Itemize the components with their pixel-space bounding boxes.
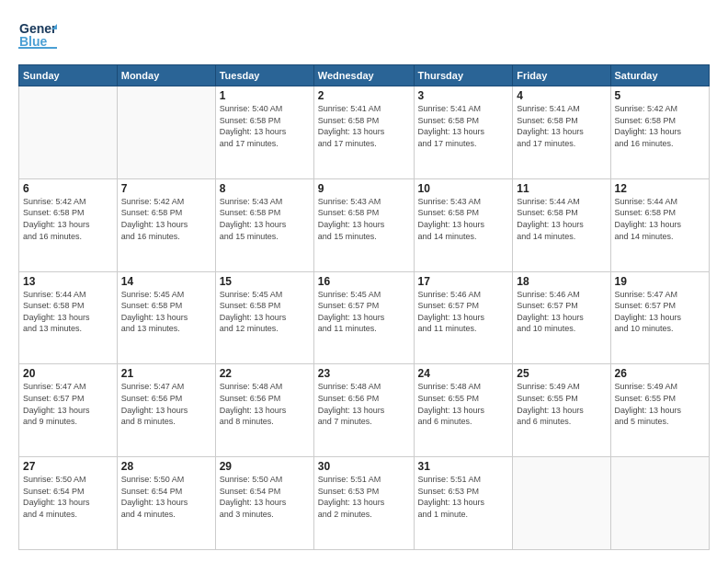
calendar-cell: 19Sunrise: 5:47 AM Sunset: 6:57 PM Dayli… bbox=[610, 271, 709, 364]
week-row-3: 13Sunrise: 5:44 AM Sunset: 6:58 PM Dayli… bbox=[19, 271, 710, 364]
header: General Blue bbox=[18, 17, 710, 55]
day-info: Sunrise: 5:47 AM Sunset: 6:57 PM Dayligh… bbox=[23, 381, 113, 427]
day-info: Sunrise: 5:45 AM Sunset: 6:57 PM Dayligh… bbox=[318, 289, 410, 335]
day-info: Sunrise: 5:43 AM Sunset: 6:58 PM Dayligh… bbox=[318, 196, 410, 242]
calendar-cell: 13Sunrise: 5:44 AM Sunset: 6:58 PM Dayli… bbox=[19, 271, 118, 364]
calendar-table: SundayMondayTuesdayWednesdayThursdayFrid… bbox=[18, 64, 710, 550]
calendar-cell bbox=[19, 86, 118, 179]
calendar-cell: 21Sunrise: 5:47 AM Sunset: 6:56 PM Dayli… bbox=[117, 364, 215, 457]
calendar-cell: 30Sunrise: 5:51 AM Sunset: 6:53 PM Dayli… bbox=[313, 457, 414, 550]
day-number: 13 bbox=[23, 275, 113, 288]
calendar-cell bbox=[513, 457, 610, 550]
day-info: Sunrise: 5:48 AM Sunset: 6:56 PM Dayligh… bbox=[220, 381, 310, 427]
day-number: 11 bbox=[517, 182, 606, 195]
day-number: 9 bbox=[318, 182, 410, 195]
calendar-cell: 18Sunrise: 5:46 AM Sunset: 6:57 PM Dayli… bbox=[513, 271, 610, 364]
calendar-cell: 22Sunrise: 5:48 AM Sunset: 6:56 PM Dayli… bbox=[215, 364, 313, 457]
week-row-1: 1Sunrise: 5:40 AM Sunset: 6:58 PM Daylig… bbox=[19, 86, 710, 179]
weekday-header-sunday: Sunday bbox=[19, 65, 118, 86]
calendar-cell: 27Sunrise: 5:50 AM Sunset: 6:54 PM Dayli… bbox=[19, 457, 118, 550]
calendar-cell: 26Sunrise: 5:49 AM Sunset: 6:55 PM Dayli… bbox=[610, 364, 709, 457]
day-info: Sunrise: 5:46 AM Sunset: 6:57 PM Dayligh… bbox=[418, 289, 509, 335]
day-number: 6 bbox=[23, 182, 113, 195]
day-number: 30 bbox=[318, 460, 410, 473]
day-number: 18 bbox=[517, 275, 606, 288]
day-number: 8 bbox=[220, 182, 310, 195]
weekday-header-tuesday: Tuesday bbox=[215, 65, 313, 86]
day-info: Sunrise: 5:44 AM Sunset: 6:58 PM Dayligh… bbox=[517, 196, 606, 242]
calendar-cell: 11Sunrise: 5:44 AM Sunset: 6:58 PM Dayli… bbox=[513, 178, 610, 271]
calendar-cell: 6Sunrise: 5:42 AM Sunset: 6:58 PM Daylig… bbox=[19, 178, 118, 271]
day-number: 24 bbox=[418, 367, 509, 380]
calendar-cell: 29Sunrise: 5:50 AM Sunset: 6:54 PM Dayli… bbox=[215, 457, 313, 550]
calendar-cell: 25Sunrise: 5:49 AM Sunset: 6:55 PM Dayli… bbox=[513, 364, 610, 457]
calendar-cell: 14Sunrise: 5:45 AM Sunset: 6:58 PM Dayli… bbox=[117, 271, 215, 364]
calendar-cell: 5Sunrise: 5:42 AM Sunset: 6:58 PM Daylig… bbox=[610, 86, 709, 179]
day-number: 25 bbox=[517, 367, 606, 380]
day-info: Sunrise: 5:42 AM Sunset: 6:58 PM Dayligh… bbox=[121, 196, 211, 242]
calendar-cell bbox=[610, 457, 709, 550]
calendar-cell: 17Sunrise: 5:46 AM Sunset: 6:57 PM Dayli… bbox=[414, 271, 513, 364]
day-number: 20 bbox=[23, 367, 113, 380]
logo-icon: General Blue bbox=[18, 17, 57, 55]
day-info: Sunrise: 5:47 AM Sunset: 6:57 PM Dayligh… bbox=[615, 289, 705, 335]
weekday-header-wednesday: Wednesday bbox=[313, 65, 414, 86]
week-row-4: 20Sunrise: 5:47 AM Sunset: 6:57 PM Dayli… bbox=[19, 364, 710, 457]
day-info: Sunrise: 5:46 AM Sunset: 6:57 PM Dayligh… bbox=[517, 289, 606, 335]
weekday-header-saturday: Saturday bbox=[610, 65, 709, 86]
day-info: Sunrise: 5:40 AM Sunset: 6:58 PM Dayligh… bbox=[220, 103, 310, 149]
day-number: 17 bbox=[418, 275, 509, 288]
day-number: 27 bbox=[23, 460, 113, 473]
calendar-cell: 8Sunrise: 5:43 AM Sunset: 6:58 PM Daylig… bbox=[215, 178, 313, 271]
calendar-cell: 28Sunrise: 5:50 AM Sunset: 6:54 PM Dayli… bbox=[117, 457, 215, 550]
day-info: Sunrise: 5:42 AM Sunset: 6:58 PM Dayligh… bbox=[23, 196, 113, 242]
day-number: 7 bbox=[121, 182, 211, 195]
day-number: 28 bbox=[121, 460, 211, 473]
weekday-header-monday: Monday bbox=[117, 65, 215, 86]
day-info: Sunrise: 5:48 AM Sunset: 6:55 PM Dayligh… bbox=[418, 381, 509, 427]
logo: General Blue bbox=[18, 17, 57, 55]
calendar-cell: 15Sunrise: 5:45 AM Sunset: 6:58 PM Dayli… bbox=[215, 271, 313, 364]
day-number: 4 bbox=[517, 89, 606, 102]
day-number: 3 bbox=[418, 89, 509, 102]
day-info: Sunrise: 5:49 AM Sunset: 6:55 PM Dayligh… bbox=[517, 381, 606, 427]
calendar-cell: 1Sunrise: 5:40 AM Sunset: 6:58 PM Daylig… bbox=[215, 86, 313, 179]
day-info: Sunrise: 5:41 AM Sunset: 6:58 PM Dayligh… bbox=[517, 103, 606, 149]
day-info: Sunrise: 5:48 AM Sunset: 6:56 PM Dayligh… bbox=[318, 381, 410, 427]
weekday-header-row: SundayMondayTuesdayWednesdayThursdayFrid… bbox=[19, 65, 710, 86]
day-number: 19 bbox=[615, 275, 705, 288]
day-number: 14 bbox=[121, 275, 211, 288]
day-number: 22 bbox=[220, 367, 310, 380]
calendar-cell: 20Sunrise: 5:47 AM Sunset: 6:57 PM Dayli… bbox=[19, 364, 118, 457]
day-number: 21 bbox=[121, 367, 211, 380]
week-row-2: 6Sunrise: 5:42 AM Sunset: 6:58 PM Daylig… bbox=[19, 178, 710, 271]
calendar-cell: 10Sunrise: 5:43 AM Sunset: 6:58 PM Dayli… bbox=[414, 178, 513, 271]
day-info: Sunrise: 5:47 AM Sunset: 6:56 PM Dayligh… bbox=[121, 381, 211, 427]
page: General Blue SundayMondayTuesdayWednesda… bbox=[0, 0, 728, 563]
day-info: Sunrise: 5:49 AM Sunset: 6:55 PM Dayligh… bbox=[615, 381, 705, 427]
calendar-cell: 9Sunrise: 5:43 AM Sunset: 6:58 PM Daylig… bbox=[313, 178, 414, 271]
weekday-header-friday: Friday bbox=[513, 65, 610, 86]
calendar-cell: 3Sunrise: 5:41 AM Sunset: 6:58 PM Daylig… bbox=[414, 86, 513, 179]
day-info: Sunrise: 5:43 AM Sunset: 6:58 PM Dayligh… bbox=[220, 196, 310, 242]
day-info: Sunrise: 5:41 AM Sunset: 6:58 PM Dayligh… bbox=[418, 103, 509, 149]
calendar-cell: 2Sunrise: 5:41 AM Sunset: 6:58 PM Daylig… bbox=[313, 86, 414, 179]
day-info: Sunrise: 5:44 AM Sunset: 6:58 PM Dayligh… bbox=[615, 196, 705, 242]
day-info: Sunrise: 5:45 AM Sunset: 6:58 PM Dayligh… bbox=[121, 289, 211, 335]
calendar-cell: 12Sunrise: 5:44 AM Sunset: 6:58 PM Dayli… bbox=[610, 178, 709, 271]
calendar-cell: 23Sunrise: 5:48 AM Sunset: 6:56 PM Dayli… bbox=[313, 364, 414, 457]
day-number: 31 bbox=[418, 460, 509, 473]
day-info: Sunrise: 5:51 AM Sunset: 6:53 PM Dayligh… bbox=[318, 474, 410, 520]
day-info: Sunrise: 5:41 AM Sunset: 6:58 PM Dayligh… bbox=[318, 103, 410, 149]
svg-text:Blue: Blue bbox=[19, 34, 48, 49]
week-row-5: 27Sunrise: 5:50 AM Sunset: 6:54 PM Dayli… bbox=[19, 457, 710, 550]
day-number: 10 bbox=[418, 182, 509, 195]
day-info: Sunrise: 5:44 AM Sunset: 6:58 PM Dayligh… bbox=[23, 289, 113, 335]
day-number: 23 bbox=[318, 367, 410, 380]
calendar-cell bbox=[117, 86, 215, 179]
day-number: 16 bbox=[318, 275, 410, 288]
day-number: 26 bbox=[615, 367, 705, 380]
day-number: 5 bbox=[615, 89, 705, 102]
day-info: Sunrise: 5:50 AM Sunset: 6:54 PM Dayligh… bbox=[121, 474, 211, 520]
day-info: Sunrise: 5:43 AM Sunset: 6:58 PM Dayligh… bbox=[418, 196, 509, 242]
